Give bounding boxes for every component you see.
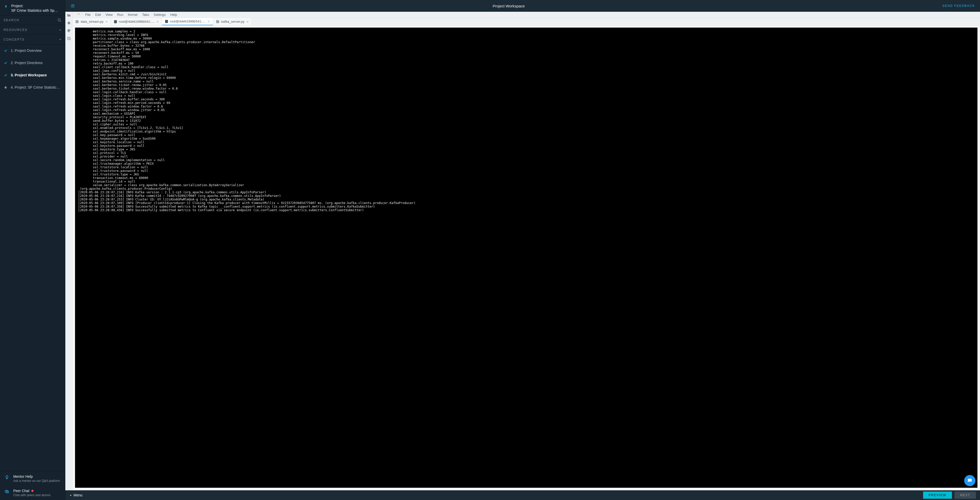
star-icon (3, 85, 8, 89)
sidebar: Project: SF Crime Statistics with Spark … (0, 0, 65, 500)
project-label: Project: (11, 3, 60, 8)
footer-item-1[interactable]: Peer ChatChat with peers and alumni (0, 486, 65, 500)
notification-dot-icon (32, 490, 33, 492)
check-icon (3, 73, 8, 77)
chevron-down-icon (59, 38, 62, 41)
concepts-header[interactable]: CONCEPTS (0, 35, 65, 45)
check-icon (3, 48, 8, 53)
tab-0[interactable]: data_stream.py× (73, 18, 111, 25)
svg-rect-8 (67, 37, 70, 39)
resources-header[interactable]: RESOURCES (0, 25, 65, 35)
search-input[interactable] (3, 18, 57, 22)
footer-item-0[interactable]: Mentor HelpAsk a mentor on our Q&A platf… (0, 471, 65, 486)
svg-point-7 (67, 22, 70, 24)
file-icon (76, 20, 79, 23)
svg-line-1 (60, 21, 61, 22)
menu-help[interactable]: Help (170, 13, 177, 17)
menu-run[interactable]: Run (117, 13, 123, 17)
search-row (0, 15, 65, 25)
topbar: Project Workspace SEND FEEDBACK (65, 0, 980, 12)
page-title: Project Workspace (75, 4, 942, 8)
close-icon[interactable]: × (106, 20, 108, 24)
ide: FileEditViewRunKernelTabsSettingsHelp da… (65, 12, 980, 490)
footer-title: Peer Chat (13, 489, 50, 493)
close-icon[interactable]: × (208, 20, 210, 23)
terminal-wrap: metrics.num.samples = 2 metrics.recordin… (73, 26, 980, 490)
palette-icon[interactable] (67, 29, 71, 33)
running-icon[interactable] (67, 21, 71, 25)
sidebar-item-2[interactable]: 3. Project Workspace (0, 69, 65, 81)
terminal-output[interactable]: metrics.num.samples = 2 metrics.recordin… (75, 27, 977, 488)
concepts-label: CONCEPTS (3, 38, 25, 42)
chevron-up-icon (59, 29, 62, 31)
file-icon (216, 20, 219, 23)
ide-menubar: FileEditViewRunKernelTabsSettingsHelp (73, 12, 980, 18)
sidebar-item-label: 1. Project Overview (11, 48, 41, 53)
project-name: SF Crime Statistics with Spark Stre... (11, 8, 60, 13)
tab-label: data_stream.py (81, 20, 103, 24)
menu-view[interactable]: View (105, 13, 113, 17)
folder-icon[interactable] (67, 13, 71, 18)
hamburger-icon[interactable] (70, 3, 75, 8)
tab-3[interactable]: kafka_server.py× (213, 18, 252, 25)
tab-label: root@4de61998b541: /hor (119, 20, 155, 24)
reload-icon[interactable] (76, 13, 80, 17)
bottombar: Menu PREVIEW NEXT (65, 490, 980, 500)
menu-file[interactable]: File (85, 13, 91, 17)
tabstrip: data_stream.py×root@4de61998b541: /hor×r… (73, 18, 980, 26)
search-icon[interactable] (57, 18, 62, 22)
tab-label: root@4de61998b541: /hor (170, 19, 206, 23)
sidebar-footer: Mentor HelpAsk a mentor on our Q&A platf… (0, 471, 65, 500)
terminal-icon (165, 20, 168, 23)
chat-icon (967, 478, 973, 483)
ide-main: FileEditViewRunKernelTabsSettingsHelp da… (73, 12, 980, 490)
menu-kernel[interactable]: Kernel (128, 13, 138, 17)
tab-2[interactable]: root@4de61998b541: /hor× (162, 18, 213, 25)
svg-point-0 (58, 19, 60, 21)
sidebar-item-label: 4. Project: SF Crime Statistics with Sp.… (11, 85, 62, 89)
menu-label: Menu (73, 493, 83, 497)
menu-tabs[interactable]: Tabs (142, 13, 149, 17)
preview-button[interactable]: PREVIEW (923, 492, 952, 499)
close-icon[interactable]: × (247, 20, 248, 24)
menu-button[interactable]: Menu (69, 493, 83, 497)
footer-sub: Ask a mentor on our Q&A platform (13, 479, 60, 482)
sidebar-item-label: 2. Project Directions (11, 61, 43, 65)
footer-title: Mentor Help (13, 474, 60, 479)
sidebar-item-1[interactable]: 2. Project Directions (0, 57, 65, 69)
svg-rect-9 (68, 38, 70, 40)
close-icon[interactable]: × (157, 20, 159, 24)
sidebar-item-label: 3. Project Workspace (11, 73, 47, 77)
terminal-icon (114, 20, 117, 23)
sidebar-header: Project: SF Crime Statistics with Spark … (0, 0, 65, 15)
sidebar-item-3[interactable]: 4. Project: SF Crime Statistics with Sp.… (0, 81, 65, 93)
next-button[interactable]: NEXT (955, 492, 976, 499)
sidebar-item-0[interactable]: 1. Project Overview (0, 45, 65, 57)
tab-1[interactable]: root@4de61998b541: /hor× (111, 18, 162, 25)
bulb-icon (5, 475, 9, 479)
main: Project Workspace SEND FEEDBACK FileEdit… (65, 0, 980, 500)
caret-up-icon (69, 494, 72, 497)
chat-icon (5, 489, 9, 494)
check-icon (3, 61, 8, 65)
footer-sub: Chat with peers and alumni (13, 494, 50, 497)
ide-activity-bar (65, 12, 73, 490)
tab-label: kafka_server.py (221, 20, 245, 24)
menu-edit[interactable]: Edit (95, 13, 101, 17)
back-arrow-icon[interactable] (3, 4, 8, 9)
chat-fab[interactable] (964, 475, 975, 486)
send-feedback-link[interactable]: SEND FEEDBACK (942, 4, 975, 8)
tabs-icon[interactable] (67, 36, 71, 40)
resources-label: RESOURCES (3, 28, 27, 32)
menu-settings[interactable]: Settings (154, 13, 165, 17)
concepts-list: 1. Project Overview2. Project Directions… (0, 45, 65, 93)
